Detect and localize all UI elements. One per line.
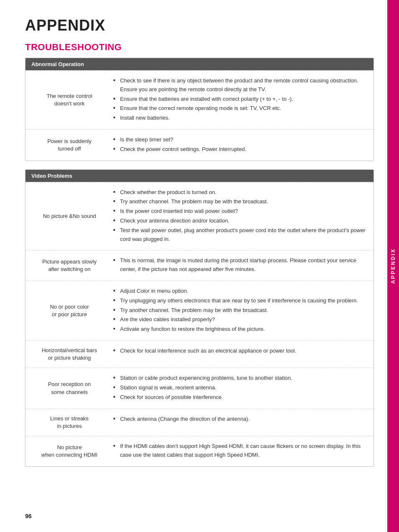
video-problems-table: Video Problems No picture &No sound Chec… — [25, 169, 374, 467]
row-content-remote: Check to see if there is any object betw… — [109, 77, 373, 123]
table-row: Lines or streaksin pictures Check antenn… — [26, 409, 373, 436]
list-item: Test the wall power outlet, plug another… — [113, 226, 367, 244]
appendix-sidebar: APPENDIX — [387, 0, 399, 532]
page-title: APPENDIX — [25, 17, 374, 34]
list-item: This is normal, the image is muted durin… — [113, 256, 367, 274]
table-row: Horizontal/vertical barsor picture shaki… — [26, 340, 373, 368]
row-label-bars: Horizontal/vertical barsor picture shaki… — [26, 347, 109, 362]
page-number: 96 — [25, 513, 32, 519]
table-row: Power is suddenlyturned off Is the sleep… — [26, 129, 373, 161]
row-label-lines: Lines or streaksin pictures — [26, 415, 109, 430]
section-title: TROUBLESHOOTING — [25, 42, 374, 53]
abnormal-operation-header: Abnormal Operation — [26, 58, 373, 70]
row-content-picture-slowly: This is normal, the image is muted durin… — [109, 256, 373, 275]
table-row: Poor reception onsome channels Station o… — [26, 368, 373, 408]
row-label-power: Power is suddenlyturned off — [26, 136, 109, 155]
list-item: Station or cable product experiencing pr… — [113, 374, 367, 383]
list-item: Are the video cables installed properly? — [113, 315, 367, 324]
row-content-lines: Check antenna (Change the direction of t… — [109, 415, 373, 430]
list-item: Station signal is weak, reorient antenna… — [113, 384, 367, 392]
list-item: Try another channel. The problem may be … — [113, 197, 367, 206]
sidebar-label: APPENDIX — [390, 248, 396, 284]
list-item: Check for local interference such as an … — [113, 347, 367, 356]
list-item: Check for sources of possible interferen… — [113, 393, 367, 402]
row-content-poor-reception: Station or cable product experiencing pr… — [109, 374, 373, 402]
list-item: Try unplugging any others electronics th… — [113, 297, 367, 305]
list-item: Check to see if there is any object betw… — [113, 77, 367, 94]
row-content-hdmi: If the HDMI cables don't support High Sp… — [109, 442, 373, 460]
row-content-poor-color: Adjust Color in menu option. Try unplugg… — [109, 287, 373, 335]
row-label-poor-reception: Poor reception onsome channels — [26, 374, 109, 402]
table-row: The remote controldoesn't work Check to … — [26, 70, 373, 129]
list-item: Try another channel. The problem may be … — [113, 306, 367, 315]
table-row: Picture appears slowlyafter switching on… — [26, 250, 373, 281]
video-problems-header: Video Problems — [26, 170, 373, 182]
list-item: If the HDMI cables don't support High Sp… — [113, 442, 367, 460]
list-item: Activate any function to restore the bri… — [113, 325, 367, 334]
row-content-power: Is the sleep timer set? Check the power … — [109, 136, 373, 155]
row-label-picture-slowly: Picture appears slowlyafter switching on — [26, 256, 109, 275]
list-item: Check the power control settings. Power … — [113, 145, 367, 154]
abnormal-operation-table: Abnormal Operation The remote controldoe… — [25, 58, 374, 161]
list-item: Ensure that the batteries are installed … — [113, 95, 367, 104]
table-row: No picturewhen connecting HDMI If the HD… — [26, 436, 373, 466]
row-label-no-picture: No picture &No sound — [26, 188, 109, 245]
list-item: Check whether the product is turned on. — [113, 188, 367, 197]
row-label-poor-color: No or poor coloror poor picture — [26, 287, 109, 335]
row-label-remote: The remote controldoesn't work — [26, 77, 109, 123]
list-item: Ensure that the correct remote operating… — [113, 104, 367, 113]
list-item: Is the sleep timer set? — [113, 136, 367, 144]
table-row: No or poor coloror poor picture Adjust C… — [26, 281, 373, 340]
list-item: Adjust Color in menu option. — [113, 287, 367, 296]
row-label-hdmi: No picturewhen connecting HDMI — [26, 442, 109, 460]
list-item: Install new batteries. — [113, 114, 367, 123]
list-item: Is the power cord inserted into wall pow… — [113, 207, 367, 216]
row-content-bars: Check for local interference such as an … — [109, 347, 373, 362]
list-item: Check antenna (Change the direction of t… — [113, 415, 367, 424]
table-row: No picture &No sound Check whether the p… — [26, 182, 373, 251]
list-item: Check your antenna direction and/or loca… — [113, 217, 367, 225]
row-content-no-picture: Check whether the product is turned on. … — [109, 188, 373, 245]
